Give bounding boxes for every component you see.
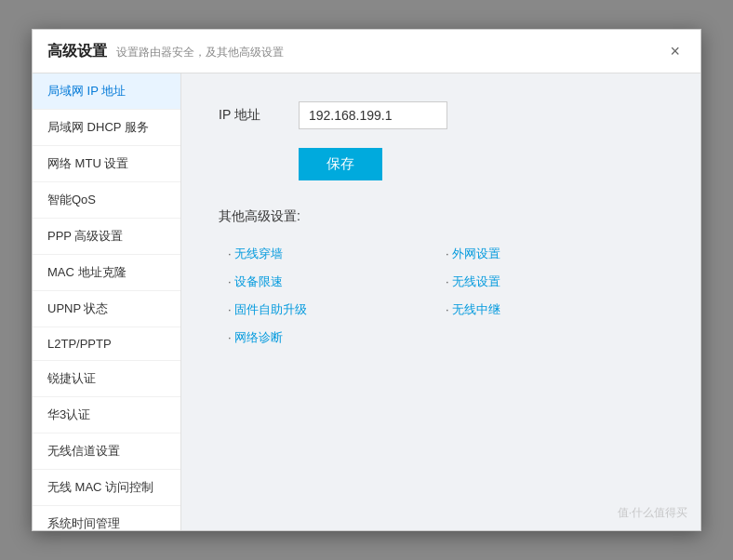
sidebar-item-1[interactable]: 局域网 DHCP 服务 (33, 110, 180, 146)
watermark: 值·什么值得买 (618, 505, 687, 521)
ip-form-row: IP 地址 (219, 101, 663, 129)
save-button[interactable]: 保存 (299, 148, 382, 180)
other-link-col1-3[interactable]: 网络诊断 (228, 324, 446, 352)
sidebar-item-5[interactable]: MAC 地址克隆 (33, 255, 180, 291)
sidebar-item-9[interactable]: 华3认证 (33, 397, 180, 433)
modal-title: 高级设置 (47, 42, 107, 61)
other-link-col1-1[interactable]: 设备限速 (228, 268, 446, 296)
sidebar-item-4[interactable]: PPP 高级设置 (33, 219, 180, 255)
sidebar-item-6[interactable]: UPNP 状态 (33, 291, 180, 327)
sidebar-item-0[interactable]: 局域网 IP 地址 (33, 73, 180, 110)
modal-body: 局域网 IP 地址局域网 DHCP 服务网络 MTU 设置智能QoSPPP 高级… (33, 73, 700, 530)
sidebar-item-8[interactable]: 锐捷认证 (33, 361, 180, 397)
modal-header: 高级设置 设置路由器安全，及其他高级设置 × (33, 30, 700, 73)
other-link-col2-0[interactable]: 外网设置 (446, 240, 663, 268)
modal-subtitle: 设置路由器安全，及其他高级设置 (116, 45, 284, 60)
close-button[interactable]: × (664, 41, 686, 61)
other-link-col2-2[interactable]: 无线中继 (446, 296, 663, 324)
sidebar: 局域网 IP 地址局域网 DHCP 服务网络 MTU 设置智能QoSPPP 高级… (33, 73, 181, 530)
sidebar-item-3[interactable]: 智能QoS (33, 182, 180, 219)
modal-header-left: 高级设置 设置路由器安全，及其他高级设置 (47, 42, 284, 61)
other-settings-label: 其他高级设置: (219, 208, 663, 225)
other-settings-grid: 无线穿墙外网设置设备限速无线设置固件自助升级无线中继网络诊断 (228, 240, 663, 352)
content-area: IP 地址 保存 其他高级设置: 无线穿墙外网设置设备限速无线设置固件自助升级无… (181, 73, 700, 530)
ip-label: IP 地址 (219, 107, 284, 124)
ip-input[interactable] (299, 101, 447, 129)
other-link-col1-0[interactable]: 无线穿墙 (228, 240, 446, 268)
modal-container: 高级设置 设置路由器安全，及其他高级设置 × 局域网 IP 地址局域网 DHCP… (32, 29, 701, 531)
sidebar-item-7[interactable]: L2TP/PPTP (33, 327, 180, 361)
other-link-col2-1[interactable]: 无线设置 (446, 268, 663, 296)
sidebar-item-10[interactable]: 无线信道设置 (33, 433, 180, 470)
sidebar-item-11[interactable]: 无线 MAC 访问控制 (33, 470, 180, 506)
sidebar-item-12[interactable]: 系统时间管理 (33, 506, 180, 530)
other-link-col1-2[interactable]: 固件自助升级 (228, 296, 446, 324)
sidebar-item-2[interactable]: 网络 MTU 设置 (33, 146, 180, 182)
